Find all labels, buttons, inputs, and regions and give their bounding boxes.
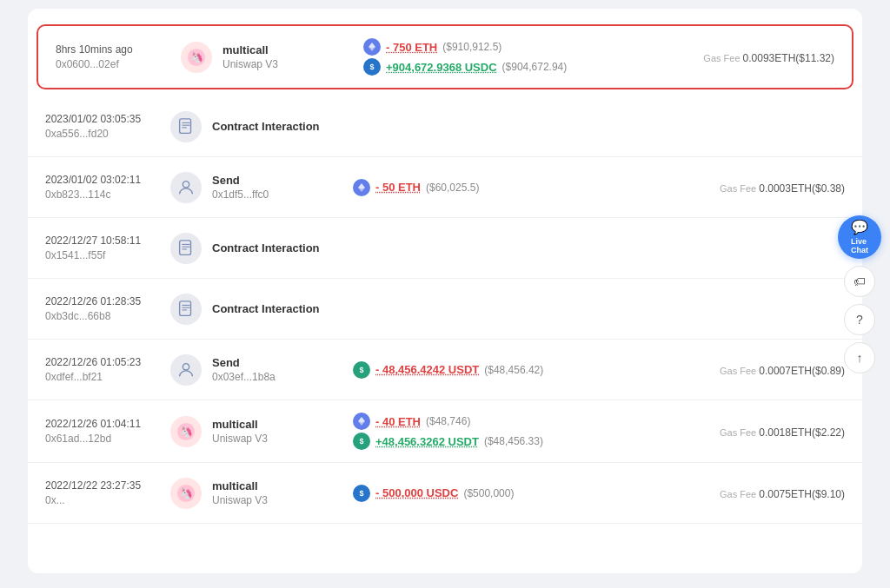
transaction-row[interactable]: 2022/12/22 23:27:350x...🦄multicallUniswa…	[28, 463, 862, 524]
type-label: multicall	[212, 479, 344, 492]
help-button[interactable]: ?	[844, 304, 875, 335]
transaction-row[interactable]: 2022/12/26 01:04:110x61ad...12bd🦄multica…	[28, 400, 862, 463]
amount-value: - 750 ETH	[386, 41, 437, 54]
type-sub: 0x1df5...ffc0	[212, 188, 344, 201]
svg-rect-15	[180, 301, 191, 315]
type-label: multicall	[212, 418, 344, 431]
transaction-hash[interactable]: 0xb3dc...66b8	[45, 310, 167, 322]
type-sub: Uniswap V3	[212, 494, 344, 506]
scroll-up-button[interactable]: ↑	[844, 342, 875, 373]
tag-button[interactable]: 🏷	[844, 266, 875, 297]
time-column: 8hrs 10mins ago0x0600...02ef	[56, 43, 177, 70]
transaction-time: 2023/01/02 03:05:35	[45, 113, 167, 125]
gas-value: 0.0007ETH($0.89)	[759, 365, 845, 377]
transaction-time: 2022/12/26 01:04:11	[45, 418, 167, 430]
transaction-hash[interactable]: 0x0600...02ef	[56, 58, 177, 70]
transaction-time: 8hrs 10mins ago	[56, 43, 177, 56]
uniswap-icon: 🦄	[170, 478, 202, 509]
send-icon	[170, 354, 202, 386]
transaction-row[interactable]: 2023/01/02 03:02:110xb823...114cSend0x1d…	[28, 157, 862, 218]
transaction-hash[interactable]: 0xdfef...bf21	[45, 371, 167, 383]
gas-label: Gas Fee	[703, 53, 742, 63]
gas-column: Gas Fee 0.0007ETH($0.89)	[688, 362, 845, 378]
amount-usd: ($904,672.94)	[502, 61, 568, 73]
gas-value: 0.0018ETH($2.22)	[759, 426, 845, 439]
transaction-hash[interactable]: 0x...	[45, 494, 167, 506]
transaction-hash[interactable]: 0xb823...114c	[45, 188, 167, 201]
amount-line: $+48,456.3262 USDT ($48,456.33)	[353, 433, 688, 450]
transaction-row[interactable]: 2022/12/26 01:28:350xb3dc...66b8Contract…	[28, 279, 862, 340]
amount-column: - 50 ETH ($60,025.5)	[344, 179, 688, 196]
contract-icon	[170, 111, 202, 142]
svg-rect-4	[180, 118, 191, 133]
svg-point-8	[183, 181, 189, 187]
gas-label: Gas Fee	[720, 366, 759, 376]
amount-column: $- 48,456.4242 USDT ($48,456.42)	[344, 361, 688, 379]
type-icon-column: 🦄	[177, 42, 216, 73]
transaction-type-column: multicallUniswap V3	[205, 479, 344, 506]
svg-rect-11	[180, 240, 191, 254]
transaction-hash[interactable]: 0xa556...fd20	[45, 128, 167, 140]
gas-label: Gas Fee	[720, 427, 759, 438]
gas-value: 0.0075ETH($9.10)	[759, 488, 845, 500]
gas-value: 0.0093ETH($11.32)	[743, 52, 834, 64]
type-icon-column	[167, 111, 205, 142]
transaction-time: 2022/12/22 23:27:35	[45, 479, 167, 492]
amount-usd: ($500,000)	[463, 487, 514, 499]
type-label: Contract Interaction	[212, 302, 344, 315]
amount-line: - 40 ETH ($48,746)	[353, 413, 688, 430]
chat-icon: 💬	[851, 219, 868, 235]
transaction-hash[interactable]: 0x61ad...12bd	[45, 433, 167, 445]
eth-token-icon	[353, 179, 370, 196]
gas-column: Gas Fee 0.0093ETH($11.32)	[678, 50, 834, 65]
uniswap-icon: 🦄	[181, 42, 212, 73]
svg-text:🦄: 🦄	[190, 50, 203, 63]
type-icon-column	[167, 172, 205, 203]
type-sub: Uniswap V3	[222, 58, 355, 70]
time-column: 2023/01/02 03:05:350xa556...fd20	[45, 113, 167, 140]
up-icon: ↑	[857, 351, 863, 365]
chat-label: LiveChat	[851, 237, 868, 254]
type-label: Send	[212, 174, 344, 187]
transaction-type-column: Send0x03ef...1b8a	[205, 356, 344, 383]
amount-value: +48,456.3262 USDT	[375, 435, 479, 448]
transaction-hash[interactable]: 0x1541...f55f	[45, 249, 167, 261]
transaction-time: 2023/01/02 03:02:11	[45, 174, 167, 186]
live-chat-button[interactable]: 💬 LiveChat	[838, 215, 881, 259]
usdt-token-icon: $	[353, 433, 370, 450]
amount-value: - 40 ETH	[375, 415, 421, 428]
eth-token-icon	[353, 413, 370, 430]
transaction-row[interactable]: 8hrs 10mins ago0x0600...02ef🦄multicallUn…	[37, 24, 853, 89]
gas-label: Gas Fee	[720, 489, 759, 499]
contract-icon	[170, 233, 202, 264]
amount-line: - 50 ETH ($60,025.5)	[353, 179, 688, 196]
svg-point-19	[183, 363, 189, 369]
transaction-row[interactable]: 2023/01/02 03:05:350xa556...fd20Contract…	[28, 96, 862, 157]
eth-token-icon	[363, 38, 381, 56]
amount-value: +904,672.9368 USDC	[386, 61, 497, 74]
time-column: 2022/12/27 10:58:110x1541...f55f	[45, 235, 167, 261]
amount-usd: ($48,456.42)	[484, 364, 543, 376]
transaction-type-column: Contract Interaction	[205, 302, 344, 315]
amount-usd: ($910,912.5)	[442, 41, 501, 53]
time-column: 2023/01/02 03:02:110xb823...114c	[45, 174, 167, 201]
contract-icon	[170, 294, 202, 325]
transaction-type-column: Send0x1df5...ffc0	[205, 174, 344, 201]
transaction-row[interactable]: 2022/12/27 10:58:110x1541...f55fContract…	[28, 218, 862, 279]
usdc-token-icon: $	[363, 58, 381, 76]
usdc-token-icon: $	[353, 485, 370, 502]
transaction-row[interactable]: 2022/12/26 01:05:230xdfef...bf21Send0x03…	[28, 340, 862, 400]
gas-column: Gas Fee 0.0075ETH($9.10)	[688, 486, 845, 501]
type-icon-column	[167, 294, 205, 325]
help-icon: ?	[856, 313, 863, 327]
transaction-time: 2022/12/26 01:28:35	[45, 295, 167, 307]
tag-icon: 🏷	[853, 274, 866, 288]
time-column: 2022/12/26 01:05:230xdfef...bf21	[45, 356, 167, 383]
type-sub: 0x03ef...1b8a	[212, 371, 344, 383]
amount-column: - 40 ETH ($48,746)$+48,456.3262 USDT ($4…	[344, 413, 688, 450]
time-column: 2022/12/26 01:04:110x61ad...12bd	[45, 418, 167, 445]
amount-column: - 750 ETH($910,912.5)$+904,672.9368 USDC…	[355, 38, 678, 76]
amount-line: $- 500,000 USDC ($500,000)	[353, 485, 688, 502]
amount-value: - 500,000 USDC	[375, 486, 458, 499]
amount-value: - 48,456.4242 USDT	[375, 363, 479, 376]
